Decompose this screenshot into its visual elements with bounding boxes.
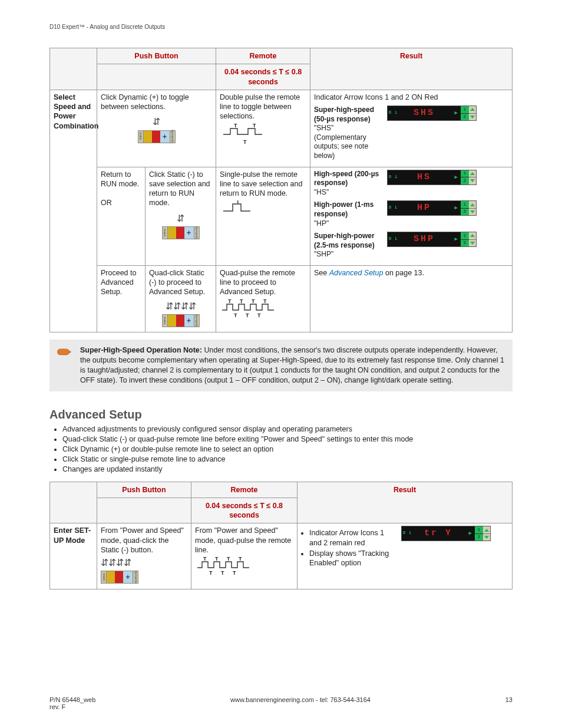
plus-button-icon: + <box>160 130 170 143</box>
svg-text:T: T <box>240 299 243 304</box>
remote-timing: 0.04 seconds ≤ T ≤ 0.8 seconds <box>216 64 310 90</box>
r3-pre: See <box>314 269 329 277</box>
t2-result: Indicator Arrow Icons 1 and 2 remain red… <box>297 523 513 589</box>
r3-remote: Quad-pulse the remote line to proceed to… <box>216 265 310 332</box>
speed-power-table: Push Button Remote Result 0.04 seconds ≤… <box>49 48 513 332</box>
footer-url: www.bannerengineering.com - tel: 763-544… <box>230 696 371 710</box>
t2-push-text: From "Power and Speed" mode, quad-click … <box>101 526 184 554</box>
r1-push-text: Click Dynamic (+) to toggle between sele… <box>101 93 189 111</box>
svg-text:T: T <box>257 312 261 318</box>
t2-col-push: Push Button <box>97 482 191 498</box>
r2-remote: Single-pulse the remote line to save sel… <box>216 167 310 265</box>
t2-res-b2: Display shows "Tracking Enabled" option <box>309 549 395 568</box>
col-result: Result <box>310 48 513 90</box>
bullet-2: Click Dynamic (+) or double-pulse remote… <box>62 445 513 453</box>
r3-push-a: Proceed to Advanced Setup. <box>97 265 146 332</box>
col-remote: Remote <box>216 48 310 64</box>
svg-text:T: T <box>227 557 230 562</box>
r2-push-a-text: Return to RUN mode. <box>101 170 139 188</box>
svg-text:T: T <box>228 299 232 304</box>
hs-quote: "HS" <box>314 188 329 196</box>
bullet-3: Click Static or single-pulse remote line… <box>62 455 513 463</box>
svg-text:T: T <box>234 312 237 318</box>
document-header: D10 Expert™ - Analog and Discrete Output… <box>7 24 555 30</box>
display-shs: D LSHS▶ 12 <box>387 106 477 121</box>
r1-remote: Double pulse the remote line to toggle b… <box>216 90 310 167</box>
svg-text:T: T <box>252 299 255 304</box>
bullet-4: Changes are updated instantly <box>62 465 513 473</box>
r2-result: High-speed (200-µs response)"HS" D LHS▶ … <box>310 167 513 265</box>
t2-col-remote: Remote <box>191 482 297 498</box>
svg-text:T: T <box>203 557 207 562</box>
t2-col-result: Result <box>297 482 513 523</box>
footer-pn: P/N 65448_web <box>49 696 95 703</box>
shp-quote: "SHP" <box>314 250 333 258</box>
t2-row-label: Enter SET-UP Mode <box>50 523 97 589</box>
r3-result: See Advanced Setup on page 13. <box>310 265 513 332</box>
display-hs: D LHS▶ 12 <box>387 170 477 185</box>
t2-remote: From "Power and Speed" mode, quad-pulse … <box>191 523 297 589</box>
svg-text:T: T <box>234 124 237 129</box>
note-title: Super-High-Speed Operation Note: <box>80 346 204 354</box>
page-footer: P/N 65448_web rev. F www.bannerengineeri… <box>49 696 513 710</box>
updown-arrow-icon: ⇵ <box>153 116 160 129</box>
row-label-speed-power: Select Speed and Power Combination <box>50 90 97 332</box>
quad-arrow-icon: ⇵⇵⇵⇵ <box>166 301 196 313</box>
hp-label: High-power (1-ms response) <box>314 200 373 218</box>
r2-remote-text: Single-pulse the remote line to save sel… <box>220 170 302 198</box>
shs-quote: "SHS" (Complementary outputs; see note b… <box>314 124 368 160</box>
display-shp: D LSHP▶ 12 <box>387 232 477 247</box>
advanced-setup-heading: Advanced Setup <box>49 408 513 421</box>
quad-pulse-icon: TTTT TTT <box>220 299 306 318</box>
shs-label: Super-high-speed (50-µs response) <box>314 106 374 123</box>
sensor-button-device: static + dynamic <box>138 130 176 143</box>
svg-text:T: T <box>236 200 240 205</box>
svg-text:T: T <box>233 570 236 576</box>
col-push-button: Push Button <box>97 48 216 64</box>
page-number: 13 <box>505 696 513 710</box>
dynamic-label: dynamic <box>170 130 176 143</box>
r2-push-a: Return to RUN mode. OR <box>97 167 146 265</box>
r3-remote-text: Quad-pulse the remote line to proceed to… <box>220 269 295 297</box>
display-tracking: D Ltr Y▶ 12 <box>401 526 491 541</box>
r2-push-b: Click Static (-) to save selection and r… <box>146 167 216 265</box>
r2-or: OR <box>101 199 112 207</box>
svg-text:T: T <box>209 570 213 576</box>
operation-note: Super-High-Speed Operation Note: Under m… <box>49 340 513 391</box>
t2-push: From "Power and Speed" mode, quad-click … <box>97 523 191 589</box>
sensor-button-device: static + dynamic <box>162 226 200 239</box>
bullet-1: Quad-click Static (-) or quad-pulse remo… <box>62 435 513 443</box>
static-label: static <box>138 130 144 143</box>
bullet-0: Advanced adjustments to previously confi… <box>62 425 513 433</box>
quad-arrow-icon: ⇵⇵⇵⇵ <box>101 557 131 569</box>
hp-quote: "HP" <box>314 219 329 228</box>
r1-push: Click Dynamic (+) to toggle between sele… <box>97 90 216 167</box>
shp-label: Super-high-power (2.5-ms response) <box>314 232 375 249</box>
r3-push-b-text: Quad-click Static (-) to proceed to Adva… <box>149 269 205 297</box>
svg-text:T: T <box>253 124 256 129</box>
footer-rev: rev. F <box>49 703 65 710</box>
r1-result-top: Indicator Arrow Icons 1 and 2 ON Red <box>314 93 438 101</box>
r1-result: Indicator Arrow Icons 1 and 2 ON Red Sup… <box>310 90 513 167</box>
svg-text:T: T <box>221 570 224 576</box>
setup-mode-table: Push Button Remote Result 0.04 seconds ≤… <box>49 482 513 589</box>
quad-pulse-icon: TTTT TTT <box>195 557 293 576</box>
t2-res-b1: Indicator Arrow Icons 1 and 2 remain red <box>309 528 395 548</box>
double-pulse-icon: TT T <box>220 124 306 143</box>
r1-remote-text: Double pulse the remote line to toggle b… <box>220 93 300 121</box>
display-hp: D LHP▶ 12 <box>387 200 477 216</box>
hs-label: High-speed (200-µs response) <box>314 170 379 187</box>
updown-arrow-icon: ⇵ <box>177 213 184 225</box>
svg-text:T: T <box>239 557 242 562</box>
pointing-hand-icon <box>57 345 80 360</box>
sensor-button-device: static + dynamic <box>162 314 200 327</box>
advanced-setup-link[interactable]: Advanced Setup <box>329 269 384 277</box>
single-pulse-icon: T <box>220 200 306 219</box>
svg-text:T: T <box>263 299 267 304</box>
t2-remote-text: From "Power and Speed" mode, quad-pulse … <box>195 526 291 554</box>
r2-push-b-text: Click Static (-) to save selection and r… <box>149 170 210 207</box>
svg-text:T: T <box>215 557 219 562</box>
svg-text:T: T <box>243 139 247 145</box>
svg-text:T: T <box>246 312 249 318</box>
sensor-button-device: static + dynamic <box>101 571 138 584</box>
